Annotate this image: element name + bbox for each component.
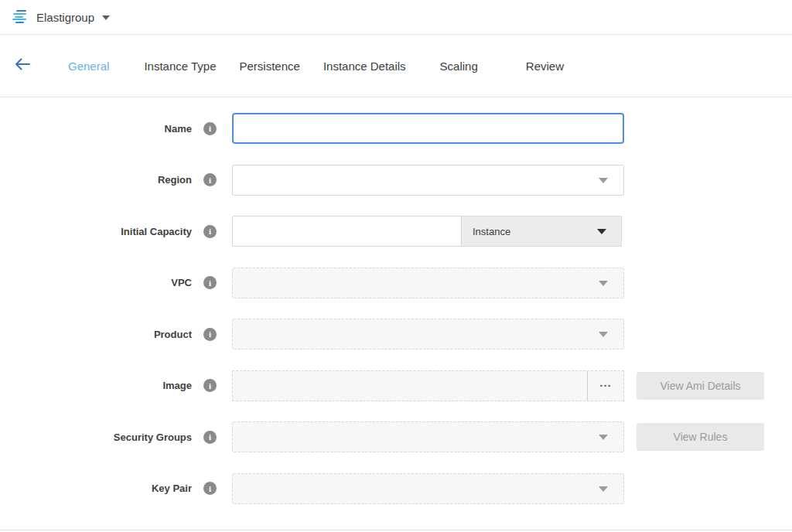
top-bar: Elastigroup	[0, 0, 792, 35]
region-label: Region	[158, 174, 192, 186]
bottom-divider	[0, 530, 792, 530]
image-browse-button[interactable]: ...	[587, 371, 623, 401]
tab-scaling[interactable]: Scaling	[440, 60, 478, 73]
view-rules-button[interactable]: View Rules	[637, 423, 764, 451]
vpc-label: VPC	[171, 277, 192, 288]
form-row-image: Image i ... View Ami Details	[0, 370, 792, 401]
capacity-unit-value: Instance	[473, 226, 510, 237]
wizard-tabs: General Instance Type Persistence Instan…	[68, 60, 564, 73]
form-row-product: Product i	[0, 319, 792, 350]
security-groups-select	[232, 421, 624, 452]
info-icon[interactable]: i	[203, 225, 217, 238]
form-row-name: Name i	[0, 113, 792, 144]
chevron-down-icon	[599, 332, 608, 337]
initial-capacity-input[interactable]	[232, 216, 462, 247]
initial-capacity-label: Initial Capacity	[121, 226, 192, 237]
form-row-region: Region i	[0, 165, 792, 196]
info-icon[interactable]: i	[203, 276, 217, 289]
chevron-down-icon[interactable]	[102, 15, 110, 20]
security-groups-label: Security Groups	[114, 431, 192, 443]
name-input[interactable]	[232, 113, 624, 144]
tab-review[interactable]: Review	[526, 60, 564, 73]
key-pair-select	[232, 473, 624, 504]
chevron-down-icon	[599, 281, 608, 286]
image-input: ...	[232, 370, 624, 401]
chevron-down-icon	[597, 229, 606, 234]
app-title[interactable]: Elastigroup	[36, 11, 94, 24]
form-row-security-groups: Security Groups i View Rules	[0, 421, 792, 452]
region-select[interactable]	[232, 165, 624, 196]
wizard-tab-bar: General Instance Type Persistence Instan…	[0, 35, 792, 97]
form-row-key-pair: Key Pair i	[0, 473, 792, 504]
name-label: Name	[165, 123, 192, 135]
info-icon[interactable]: i	[203, 173, 217, 186]
tab-instance-type[interactable]: Instance Type	[144, 60, 216, 73]
capacity-unit-select[interactable]: Instance	[462, 216, 622, 247]
info-icon[interactable]: i	[203, 431, 217, 444]
form-content: Name i Region i Initial Capacity i Insta…	[0, 97, 792, 504]
form-row-vpc: VPC i	[0, 268, 792, 298]
image-label: Image	[162, 380, 192, 391]
info-icon[interactable]: i	[203, 122, 217, 135]
tab-general[interactable]: General	[68, 60, 109, 73]
back-arrow-icon[interactable]	[15, 58, 30, 73]
info-icon[interactable]: i	[203, 482, 217, 495]
form-row-initial-capacity: Initial Capacity i Instance	[0, 216, 792, 247]
view-ami-details-button[interactable]: View Ami Details	[637, 372, 764, 400]
chevron-down-icon	[599, 178, 608, 183]
chevron-down-icon	[599, 435, 608, 440]
key-pair-label: Key Pair	[152, 483, 192, 494]
vpc-select	[232, 268, 624, 298]
info-icon[interactable]: i	[203, 328, 217, 341]
tab-persistence[interactable]: Persistence	[240, 60, 300, 73]
product-select	[232, 319, 624, 350]
tab-instance-details[interactable]: Instance Details	[323, 60, 406, 73]
chevron-down-icon	[599, 486, 608, 492]
elastigroup-logo-icon	[12, 10, 29, 24]
info-icon[interactable]: i	[203, 379, 217, 392]
product-label: Product	[154, 329, 192, 340]
